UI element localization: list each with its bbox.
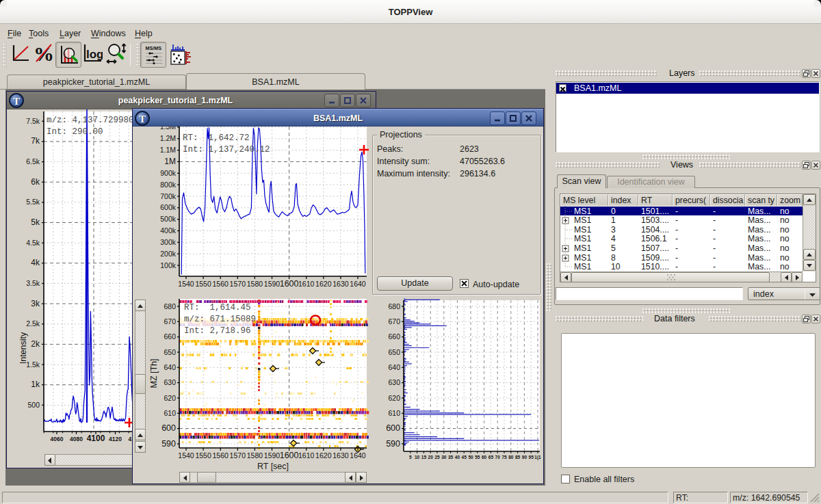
- svg-text:1560: 1560: [213, 280, 229, 288]
- svg-text:1540: 1540: [178, 280, 194, 288]
- svg-text:45: 45: [462, 455, 467, 460]
- svg-text:1570: 1570: [230, 451, 246, 460]
- svg-text:2.5k: 2.5k: [26, 319, 40, 328]
- svg-text:35: 35: [448, 455, 454, 460]
- svg-text:660: 660: [388, 332, 400, 341]
- svg-text:1.1M: 1.1M: [160, 146, 176, 154]
- svg-text:1550: 1550: [195, 280, 211, 288]
- svg-text:100k: 100k: [160, 261, 177, 269]
- svg-text:1600: 1600: [280, 279, 299, 289]
- svg-text:670: 670: [388, 317, 400, 326]
- svg-text:55: 55: [475, 455, 480, 460]
- svg-text:1580: 1580: [247, 451, 263, 460]
- svg-text:95: 95: [529, 455, 534, 460]
- svg-text:Int: 2,718.96: Int: 2,718.96: [184, 326, 251, 336]
- svg-text:log: log: [86, 48, 103, 61]
- svg-text:4080: 4080: [70, 436, 83, 442]
- svg-text:1640: 1640: [350, 451, 366, 460]
- svg-text:1540: 1540: [178, 451, 194, 460]
- svg-text:650: 650: [164, 348, 176, 356]
- svg-text:5.5k: 5.5k: [26, 198, 40, 206]
- svg-text:4120: 4120: [109, 436, 122, 442]
- svg-text:RT: 1,614.45: RT: 1,614.45: [184, 303, 251, 313]
- svg-text:400k: 400k: [160, 226, 177, 235]
- svg-text:90: 90: [522, 455, 527, 460]
- svg-text:85: 85: [515, 455, 521, 460]
- svg-text:1M: 1M: [164, 157, 176, 166]
- svg-text:5: 5: [409, 455, 412, 460]
- svg-text:MS/MS: MS/MS: [146, 45, 162, 51]
- svg-text:1550: 1550: [195, 451, 211, 460]
- svg-text:3.5k: 3.5k: [26, 279, 40, 287]
- svg-text:80: 80: [508, 455, 514, 460]
- svg-text:7k: 7k: [31, 136, 40, 146]
- svg-text:640: 640: [164, 363, 176, 371]
- svg-text:1600: 1600: [280, 451, 299, 460]
- svg-text:600k: 600k: [160, 203, 177, 211]
- svg-text:640: 640: [388, 363, 400, 371]
- svg-text:1590: 1590: [264, 280, 281, 288]
- svg-text:70: 70: [495, 455, 501, 460]
- svg-text:Int: 290.00: Int: 290.00: [47, 127, 103, 137]
- svg-text:1640: 1640: [350, 280, 366, 288]
- svg-text:RT: 1,642.72: RT: 1,642.72: [183, 133, 250, 143]
- svg-text:610: 610: [164, 409, 176, 417]
- svg-text:500: 500: [27, 401, 40, 409]
- svg-text:1.5k: 1.5k: [26, 360, 40, 369]
- svg-text:4.5k: 4.5k: [26, 239, 40, 247]
- svg-text:500k: 500k: [160, 215, 177, 223]
- svg-text:620: 620: [164, 394, 176, 402]
- svg-text:800k: 800k: [160, 181, 177, 189]
- svg-text:1610: 1610: [298, 280, 315, 288]
- svg-text:630: 630: [388, 378, 400, 386]
- svg-text:m/z: 4,137.7299804: m/z: 4,137.7299804: [47, 116, 139, 125]
- svg-text:1590: 1590: [264, 451, 281, 460]
- svg-text:4k: 4k: [31, 258, 40, 267]
- svg-text:650: 650: [388, 348, 400, 356]
- svg-text:610: 610: [388, 409, 400, 417]
- svg-text:1630: 1630: [333, 280, 349, 288]
- svg-text:1620: 1620: [315, 280, 332, 288]
- svg-text:25: 25: [434, 455, 440, 460]
- svg-text:4060: 4060: [51, 436, 64, 442]
- svg-text:300k: 300k: [160, 238, 177, 246]
- svg-text:680: 680: [164, 302, 176, 310]
- svg-text:2k: 2k: [31, 339, 40, 349]
- svg-text:Int: 1,137,240.12: Int: 1,137,240.12: [183, 145, 270, 155]
- svg-text:590: 590: [386, 439, 400, 449]
- svg-text:6k: 6k: [31, 177, 40, 187]
- svg-text:15: 15: [421, 455, 427, 460]
- svg-text:680: 680: [388, 302, 400, 310]
- svg-text:630: 630: [164, 378, 176, 386]
- svg-text:1(1: 1(1: [534, 455, 541, 460]
- svg-text:600: 600: [161, 423, 176, 433]
- svg-text:1620: 1620: [315, 451, 332, 460]
- svg-text:6.5k: 6.5k: [26, 157, 40, 165]
- svg-text:60: 60: [482, 455, 487, 460]
- svg-text:1.2M: 1.2M: [160, 134, 176, 142]
- svg-text:1560: 1560: [213, 451, 229, 460]
- svg-text:m/z: 671.15089: m/z: 671.15089: [184, 315, 256, 324]
- svg-text:900k: 900k: [160, 169, 177, 177]
- svg-text:1580: 1580: [247, 280, 263, 288]
- svg-text:10: 10: [415, 455, 420, 460]
- svg-text:590: 590: [161, 439, 176, 449]
- svg-text:20: 20: [428, 455, 434, 460]
- svg-text:4100: 4100: [87, 434, 105, 443]
- svg-text:620: 620: [388, 394, 400, 402]
- svg-text:5k: 5k: [31, 217, 40, 227]
- svg-text:30: 30: [441, 455, 447, 460]
- svg-text:75: 75: [501, 455, 507, 460]
- svg-text:1630: 1630: [333, 451, 349, 460]
- svg-text:700k: 700k: [160, 192, 177, 200]
- svg-text:65: 65: [488, 455, 494, 460]
- svg-text:600: 600: [386, 423, 400, 433]
- svg-text:200k: 200k: [160, 250, 177, 258]
- svg-text:1570: 1570: [230, 280, 246, 288]
- svg-text:670: 670: [164, 317, 176, 326]
- svg-text:7.5k: 7.5k: [26, 117, 40, 125]
- svg-text:1k: 1k: [31, 380, 40, 389]
- svg-text:3k: 3k: [31, 299, 40, 308]
- svg-text:1610: 1610: [298, 451, 315, 460]
- svg-text:660: 660: [164, 332, 176, 341]
